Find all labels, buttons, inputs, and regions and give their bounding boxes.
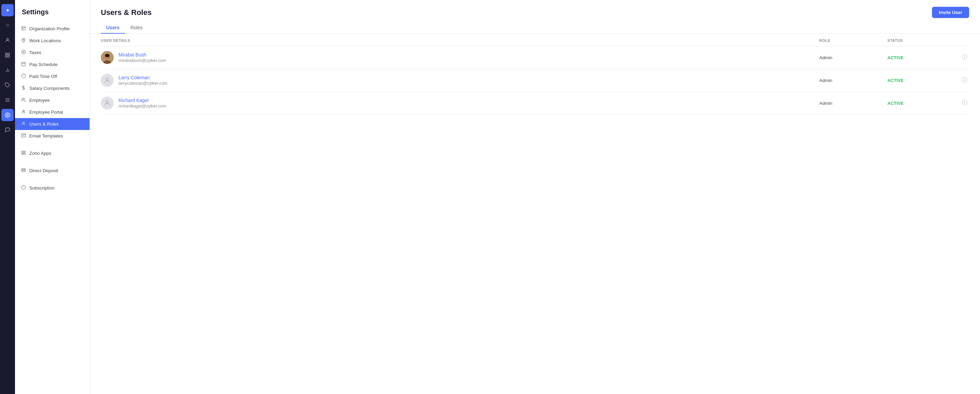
work-locations-icon (21, 38, 26, 44)
sidebar-label-work-locations: Work Locations (29, 38, 61, 43)
user-details-cell: Mirabai Bush mirabaibush@zylker.com (101, 46, 819, 69)
sidebar-label-email-templates: Email Templates (29, 133, 63, 138)
sidebar-item-direct-deposit[interactable]: Direct Deposit (15, 165, 89, 176)
email-templates-icon (21, 133, 26, 139)
sidebar-item-employee-portal[interactable]: Employee Portal (15, 106, 89, 118)
svg-point-0 (6, 38, 8, 40)
table-row: Larry Coleman larrycoleman@zylker.com Ad… (101, 69, 969, 92)
svg-point-55 (964, 101, 965, 102)
user-email: richardkagel@zylker.com (118, 104, 166, 108)
sidebar-item-pay-schedule[interactable]: Pay Schedule (15, 59, 89, 70)
user-details-cell: Larry Coleman larrycoleman@zylker.com (101, 69, 819, 92)
sidebar-item-work-locations[interactable]: Work Locations (15, 35, 89, 47)
user-name[interactable]: Mirabai Bush (118, 52, 166, 57)
sidebar-item-taxes[interactable]: Taxes (15, 47, 89, 59)
avatar (101, 97, 114, 110)
svg-point-51 (964, 79, 965, 80)
sidebar-label-taxes: Taxes (29, 50, 41, 55)
grid-icon[interactable] (2, 49, 14, 61)
list-icon[interactable] (2, 94, 14, 106)
direct-deposit-icon (21, 168, 26, 173)
svg-point-29 (23, 110, 24, 111)
sidebar-item-paid-time-off[interactable]: Paid Time Off (15, 70, 89, 83)
org-profile-icon (21, 26, 26, 32)
person-icon[interactable] (2, 34, 14, 46)
table-row: Mirabai Bush mirabaibush@zylker.com Admi… (101, 46, 969, 69)
more-options-icon[interactable] (956, 76, 969, 84)
col-header-action (956, 34, 969, 46)
home-icon[interactable]: ○ (2, 19, 14, 31)
svg-point-48 (106, 78, 108, 80)
svg-point-12 (7, 114, 8, 116)
settings-icon[interactable] (2, 109, 14, 121)
svg-point-45 (964, 56, 965, 56)
svg-rect-4 (8, 56, 10, 57)
sidebar-item-org-profile[interactable]: Organization Profile (15, 23, 89, 35)
paid-time-off-icon (21, 73, 26, 79)
main-header: Users & Roles Invite User (90, 0, 980, 18)
user-email: mirabaibush@zylker.com (118, 58, 166, 63)
user-name[interactable]: Richard Kagel (118, 98, 166, 103)
status-badge: ACTIVE (888, 101, 904, 106)
svg-rect-2 (8, 53, 10, 55)
user-details-cell: Richard Kagel richardkagel@zylker.com (101, 92, 819, 114)
svg-point-52 (964, 80, 965, 81)
tab-roles[interactable]: Roles (125, 22, 148, 34)
svg-point-50 (964, 78, 965, 79)
chat-icon[interactable] (2, 124, 14, 136)
salary-components-icon (21, 86, 26, 91)
chart-icon[interactable] (2, 64, 14, 76)
pay-schedule-icon (21, 62, 26, 67)
user-email: larrycoleman@zylker.com (118, 81, 167, 86)
user-role: Admin (819, 46, 888, 69)
user-status: ACTIVE (888, 92, 956, 114)
svg-point-30 (23, 122, 24, 124)
sidebar-label-subscription: Subscription (29, 186, 54, 191)
more-options-icon[interactable] (956, 54, 969, 62)
svg-rect-20 (22, 62, 25, 66)
sidebar-label-direct-deposit: Direct Deposit (29, 168, 58, 173)
employee-icon (21, 97, 26, 103)
tag-icon[interactable] (2, 79, 14, 91)
tab-users[interactable]: Users (101, 22, 125, 34)
col-header-role: ROLE (819, 34, 888, 46)
user-status: ACTIVE (888, 69, 956, 92)
users-table: USER DETAILS ROLE STATUS (101, 34, 969, 114)
svg-rect-33 (22, 153, 23, 154)
sidebar: Settings Organization Profile Work Locat… (15, 0, 90, 394)
svg-point-53 (106, 101, 108, 103)
sidebar-item-subscription[interactable]: Subscription (15, 182, 89, 194)
row-action-cell (956, 92, 969, 114)
sidebar-item-employee[interactable]: Employee (15, 94, 89, 106)
col-header-status: STATUS (888, 34, 956, 46)
sidebar-item-users-roles[interactable]: Users & Roles (15, 118, 89, 130)
svg-rect-13 (22, 27, 25, 30)
invite-user-button[interactable]: Invite User (932, 7, 969, 18)
sidebar-item-salary-components[interactable]: Salary Components (15, 83, 89, 94)
sidebar-label-paid-time-off: Paid Time Off (29, 74, 57, 79)
user-name[interactable]: Larry Coleman (118, 75, 167, 80)
sidebar-label-pay-schedule: Pay Schedule (29, 62, 57, 67)
sidebar-title: Settings (15, 0, 89, 21)
user-role: Admin (819, 92, 888, 114)
sidebar-item-email-templates[interactable]: Email Templates (15, 130, 89, 142)
sidebar-label-zoho-apps: Zoho Apps (29, 151, 51, 156)
svg-point-56 (964, 102, 965, 103)
sidebar-item-zoho-apps[interactable]: Zoho Apps (15, 147, 89, 159)
avatar (101, 74, 114, 87)
employee-portal-icon (21, 109, 26, 115)
taxes-icon (21, 50, 26, 56)
star-icon[interactable]: ✦ (2, 4, 14, 16)
more-options-icon[interactable] (956, 99, 969, 107)
sidebar-nav: Organization Profile Work Locations Taxe… (15, 21, 89, 195)
table-row: Richard Kagel richardkagel@zylker.com Ad… (101, 92, 969, 114)
icon-rail: ✦ ○ (0, 0, 15, 394)
user-status: ACTIVE (888, 46, 956, 69)
svg-point-57 (964, 103, 965, 104)
svg-rect-32 (24, 151, 25, 153)
zoho-apps-icon (21, 150, 26, 156)
svg-point-46 (964, 57, 965, 57)
status-badge: ACTIVE (888, 78, 904, 83)
row-action-cell (956, 46, 969, 69)
sidebar-label-employee: Employee (29, 98, 50, 103)
